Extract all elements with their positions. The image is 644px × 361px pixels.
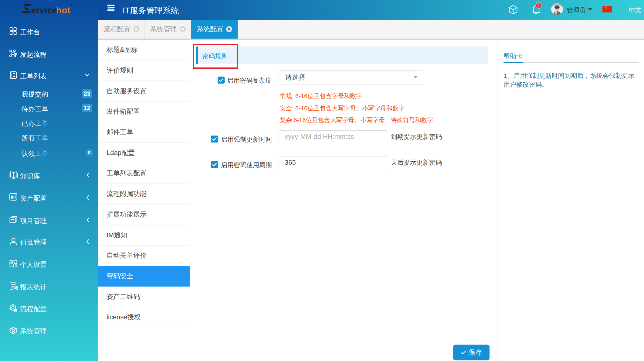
svg-text:ervice: ervice	[31, 5, 57, 15]
svg-text:hot: hot	[56, 5, 70, 15]
svg-text:®: ®	[71, 3, 73, 7]
